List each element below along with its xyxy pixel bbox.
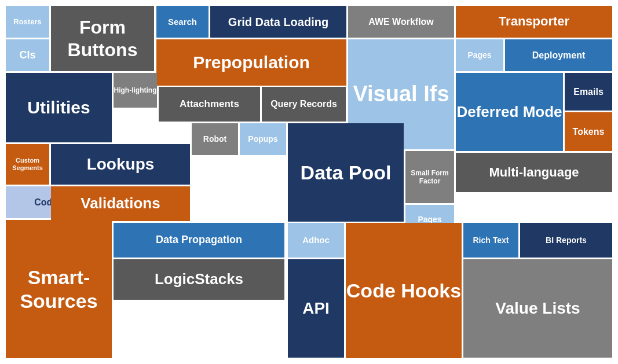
bi-reports[interactable]: BI Reports <box>520 223 612 258</box>
logicstacks[interactable]: LogicStacks <box>114 259 284 300</box>
validations[interactable]: Validations <box>51 186 190 221</box>
form-buttons[interactable]: Form Buttons <box>51 6 154 71</box>
query-records[interactable]: Query Records <box>262 87 346 122</box>
data-propagation[interactable]: Data Propagation <box>114 223 284 258</box>
smart-sources[interactable]: Smart-Sources <box>6 220 112 358</box>
attachments[interactable]: Attachments <box>159 87 260 122</box>
rich-text[interactable]: Rich Text <box>463 223 518 258</box>
transporter[interactable]: Transporter <box>456 6 612 38</box>
rosters[interactable]: Rosters <box>6 6 49 38</box>
tokens[interactable]: Tokens <box>565 112 612 151</box>
code-hooks[interactable]: Code Hooks <box>346 223 462 358</box>
robot[interactable]: Robot <box>192 123 238 155</box>
deployment[interactable]: Deployment <box>505 39 612 71</box>
small-form-factor[interactable]: Small Form Factor <box>405 151 454 203</box>
value-lists[interactable]: Value Lists <box>463 259 612 358</box>
awe-workflow[interactable]: AWE Workflow <box>348 6 454 38</box>
multi-language[interactable]: Multi-language <box>456 153 612 192</box>
data-pool[interactable]: Data Pool <box>288 123 404 222</box>
deferred-mode[interactable]: Deferred Mode <box>456 73 563 151</box>
api[interactable]: API <box>288 259 344 358</box>
search[interactable]: Search <box>156 6 209 38</box>
custom-segments[interactable]: Custom Segments <box>6 144 49 185</box>
adhoc[interactable]: Adhoc <box>288 223 344 258</box>
lookups[interactable]: Lookups <box>51 144 190 185</box>
highlighting[interactable]: High-lighting <box>114 73 157 108</box>
grid-data-loading[interactable]: Grid Data Loading <box>210 6 346 38</box>
emails[interactable]: Emails <box>565 73 612 111</box>
prepopulation[interactable]: Prepopulation <box>156 39 346 86</box>
treemap-container: RostersCIsForm ButtonsSearchGrid Data Lo… <box>0 0 618 364</box>
utilities[interactable]: Utilities <box>6 73 112 142</box>
pages-top[interactable]: Pages <box>456 39 503 71</box>
popups[interactable]: Popups <box>240 123 286 155</box>
cls[interactable]: CIs <box>6 39 49 71</box>
